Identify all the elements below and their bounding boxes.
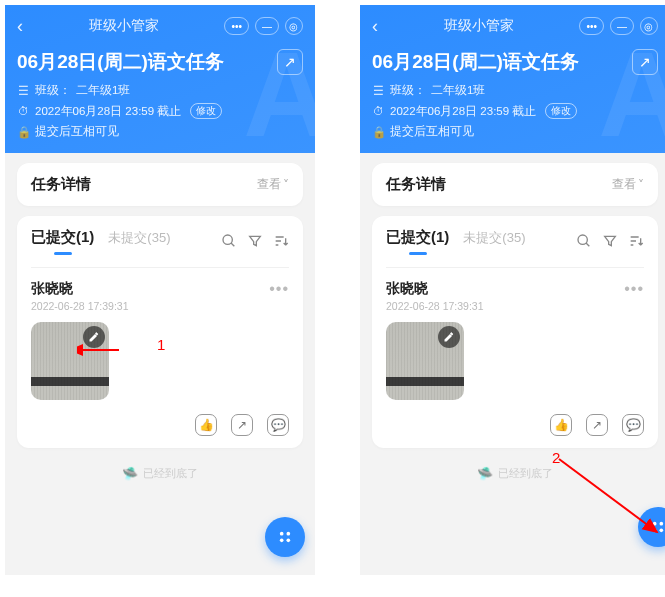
tab-not-submitted[interactable]: 未提交(35) <box>108 229 170 247</box>
ufo-icon: 🛸 <box>477 466 493 481</box>
thumbnail[interactable] <box>386 322 464 400</box>
topbar: ‹ 班级小管家 ••• — ◎ <box>17 11 303 41</box>
timestamp: 2022-06-28 17:39:31 <box>31 300 129 312</box>
svg-point-8 <box>653 529 657 533</box>
header: A ‹ 班级小管家 ••• — ◎ 06月28日(周二)语文任务 ↗ ☰ 班级：… <box>5 5 315 153</box>
class-label: 班级： <box>35 83 71 98</box>
details-heading: 任务详情 <box>31 175 91 194</box>
svg-point-2 <box>287 532 291 536</box>
end-text: 已经到底了 <box>143 466 198 481</box>
class-icon: ☰ <box>372 84 385 98</box>
task-title: 06月28日(周二)语文任务 <box>17 49 224 75</box>
svg-point-3 <box>280 539 284 543</box>
svg-point-4 <box>287 539 291 543</box>
edit-icon[interactable] <box>438 326 460 348</box>
reshare-icon[interactable]: ↗ <box>586 414 608 436</box>
clock-icon: ⏱ <box>17 105 30 117</box>
view-link[interactable]: 查看˅ <box>612 176 644 193</box>
share-icon[interactable]: ↗ <box>632 49 658 75</box>
svg-point-7 <box>660 522 664 526</box>
tab-not-submitted[interactable]: 未提交(35) <box>463 229 525 247</box>
target-icon[interactable]: ◎ <box>285 17 303 35</box>
tab-submitted[interactable]: 已提交(1) <box>31 228 94 253</box>
more-icon[interactable]: ••• <box>624 280 644 298</box>
ufo-icon: 🛸 <box>122 466 138 481</box>
author: 张晓晓 <box>31 280 129 298</box>
minimize-icon[interactable]: — <box>610 17 634 35</box>
fab-button[interactable] <box>265 517 305 557</box>
fab-button[interactable] <box>638 507 665 547</box>
edit-icon[interactable] <box>83 326 105 348</box>
app-title: 班级小管家 <box>444 17 514 35</box>
visibility: 提交后互相可见 <box>35 124 119 139</box>
submission-card: 已提交(1) 未提交(35) 张晓晓 2022-06-28 17:39:31 •… <box>17 216 303 448</box>
task-title: 06月28日(周二)语文任务 <box>372 49 579 75</box>
svg-point-6 <box>653 522 657 526</box>
submission-item: 张晓晓 2022-06-28 17:39:31 ••• 👍 ↗ 💬 <box>31 267 289 436</box>
task-details-card[interactable]: 任务详情 查看 ˅ <box>17 163 303 206</box>
deadline: 2022年06月28日 23:59 截止 <box>35 104 181 119</box>
thumbs-up-icon[interactable]: 👍 <box>550 414 572 436</box>
modify-button[interactable]: 修改 <box>545 103 577 119</box>
submission-card: 已提交(1) 未提交(35) 张晓晓 2022-06-28 17:39:31 •… <box>372 216 658 448</box>
minimize-icon[interactable]: — <box>255 17 279 35</box>
action-row: 👍 ↗ 💬 <box>31 414 289 436</box>
reshare-icon[interactable]: ↗ <box>231 414 253 436</box>
svg-point-1 <box>280 532 284 536</box>
thumbs-up-icon[interactable]: 👍 <box>195 414 217 436</box>
svg-point-9 <box>660 529 664 533</box>
sort-icon[interactable] <box>273 233 289 249</box>
sort-icon[interactable] <box>628 233 644 249</box>
back-icon[interactable]: ‹ <box>17 16 23 37</box>
modify-button[interactable]: 修改 <box>190 103 222 119</box>
task-details-card[interactable]: 任务详情 查看˅ <box>372 163 658 206</box>
more-icon[interactable]: ••• <box>579 17 604 35</box>
tabs: 已提交(1) 未提交(35) <box>31 228 289 253</box>
chevron-down-icon: ˅ <box>638 178 644 192</box>
window-buttons: ••• — ◎ <box>224 17 303 35</box>
share-icon[interactable]: ↗ <box>277 49 303 75</box>
target-icon[interactable]: ◎ <box>640 17 658 35</box>
header: A ‹ 班级小管家 ••• — ◎ 06月28日(周二)语文任务 ↗ ☰班级：二… <box>360 5 665 153</box>
filter-icon[interactable] <box>247 233 263 249</box>
clock-icon: ⏱ <box>372 105 385 117</box>
back-icon[interactable]: ‹ <box>372 16 378 37</box>
footer: 🛸 已经到底了 <box>5 466 315 481</box>
thumbnail[interactable] <box>31 322 109 400</box>
lock-icon: 🔒 <box>372 125 385 139</box>
search-icon[interactable] <box>576 233 592 249</box>
svg-point-5 <box>578 235 587 244</box>
phone-screenshot-left: A ‹ 班级小管家 ••• — ◎ 06月28日(周二)语文任务 ↗ ☰ 班级：… <box>5 5 315 575</box>
class-name: 二年级1班 <box>76 83 130 98</box>
comment-icon[interactable]: 💬 <box>267 414 289 436</box>
comment-icon[interactable]: 💬 <box>622 414 644 436</box>
search-icon[interactable] <box>221 233 237 249</box>
more-icon[interactable]: ••• <box>269 280 289 298</box>
filter-icon[interactable] <box>602 233 618 249</box>
phone-screenshot-right: A ‹ 班级小管家 ••• — ◎ 06月28日(周二)语文任务 ↗ ☰班级：二… <box>360 5 665 575</box>
lock-icon: 🔒 <box>17 125 30 139</box>
svg-point-0 <box>223 235 232 244</box>
more-icon[interactable]: ••• <box>224 17 249 35</box>
tab-submitted[interactable]: 已提交(1) <box>386 228 449 253</box>
app-title: 班级小管家 <box>89 17 159 35</box>
view-link[interactable]: 查看 ˅ <box>257 176 289 193</box>
task-meta: ☰ 班级： 二年级1班 ⏱ 2022年06月28日 23:59 截止 修改 🔒 … <box>17 83 303 139</box>
class-icon: ☰ <box>17 84 30 98</box>
chevron-down-icon: ˅ <box>283 178 289 192</box>
